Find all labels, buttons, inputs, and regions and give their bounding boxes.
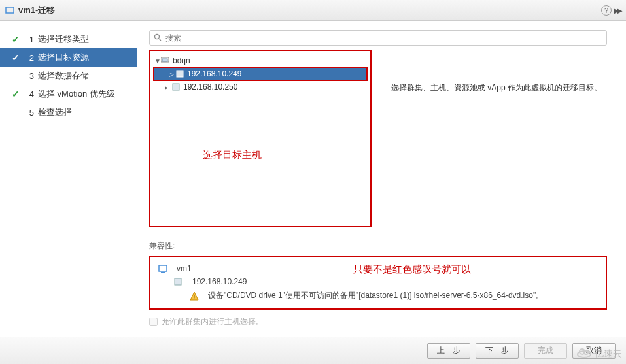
expand-icon[interactable]: ▸▸	[614, 5, 621, 16]
svg-rect-8	[159, 265, 167, 271]
collapse-icon[interactable]: ▼	[154, 58, 161, 65]
vm-icon	[158, 264, 170, 273]
watermark: 亿速云	[576, 348, 622, 360]
window-title-vm: vm1	[18, 5, 35, 15]
step-label: 选择数据存储	[38, 70, 89, 82]
host-icon	[174, 277, 186, 286]
instruction-text: 选择群集、主机、资源池或 vApp 作为此虚拟机的迁移目标。	[391, 50, 602, 227]
check-icon: ✓	[12, 52, 21, 63]
step-review[interactable]: ✓ 5 检查选择	[0, 103, 137, 122]
footer: 上一步 下一步 完成 取消	[0, 337, 626, 364]
window-title-action: 迁移	[38, 5, 55, 16]
step-target-resource[interactable]: ✓ 2 选择目标资源	[0, 48, 137, 67]
tree-root[interactable]: ▼ bdqn	[150, 55, 370, 67]
step-label: 选择目标资源	[38, 52, 89, 63]
svg-line-3	[159, 39, 161, 41]
back-button[interactable]: 上一步	[427, 343, 470, 359]
datacenter-icon	[161, 57, 170, 65]
expand-icon[interactable]: ▷	[169, 71, 175, 78]
svg-point-2	[155, 34, 160, 39]
svg-text:!: !	[194, 294, 196, 301]
check-icon: ✓	[12, 34, 21, 44]
tree-caption-annotation: 选择目标主机	[203, 149, 262, 161]
svg-rect-6	[177, 71, 183, 77]
step-vmotion-priority[interactable]: ✓ 4 选择 vMotion 优先级	[0, 85, 137, 103]
resource-tree: ▼ bdqn ▷ 192.168.10.249 ▸	[149, 50, 372, 227]
compat-warning-row: ! 设备"CD/DVD drive 1"使用不可访问的备用"[datastore…	[158, 288, 598, 303]
cloud-icon	[576, 348, 592, 360]
step-label: 检查选择	[38, 107, 72, 118]
allow-host-checkbox	[149, 318, 158, 326]
host-icon	[171, 83, 181, 91]
next-button[interactable]: 下一步	[476, 343, 519, 359]
compatibility-label: 兼容性:	[149, 240, 614, 252]
compat-host-row: 192.168.10.249	[158, 275, 598, 288]
help-icon[interactable]: ?	[601, 5, 612, 16]
content-area: ▼ bdqn ▷ 192.168.10.249 ▸	[137, 21, 626, 337]
svg-rect-1	[8, 14, 12, 14]
step-migration-type[interactable]: ✓ 1 选择迁移类型	[0, 30, 137, 48]
tree-host[interactable]: ▸ 192.168.10.250	[150, 81, 370, 93]
expand-icon[interactable]: ▸	[165, 84, 171, 91]
search-input[interactable]	[165, 33, 602, 42]
step-datastore[interactable]: ✓ 3 选择数据存储	[0, 67, 137, 85]
compatibility-box: 只要不是红色感叹号就可以 vm1 192.168.10.249 ! 设备"CD/…	[149, 256, 607, 310]
tree-host-selected[interactable]: ▷ 192.168.10.249	[153, 67, 368, 81]
svg-rect-0	[6, 7, 14, 13]
step-label: 选择 vMotion 优先级	[38, 88, 115, 100]
step-label: 选择迁移类型	[38, 33, 89, 45]
svg-rect-7	[173, 84, 179, 90]
titlebar: vm1 - 迁移 ? ▸▸	[0, 0, 626, 21]
search-bar[interactable]	[149, 30, 607, 46]
warning-icon: !	[190, 291, 201, 301]
finish-button: 完成	[524, 343, 567, 359]
vm-icon	[5, 6, 14, 15]
svg-rect-9	[161, 272, 165, 273]
search-icon	[154, 33, 162, 43]
check-icon: ✓	[12, 89, 21, 99]
svg-rect-10	[175, 278, 181, 285]
svg-point-15	[584, 350, 588, 354]
allow-host-selection-row: 允许此群集内进行主机选择。	[149, 316, 614, 327]
host-icon	[175, 70, 184, 78]
wizard-steps: ✓ 1 选择迁移类型 ✓ 2 选择目标资源 ✓ 3 选择数据存储 ✓ 4 选择 …	[0, 21, 137, 337]
compatibility-annotation: 只要不是红色感叹号就可以	[353, 263, 471, 276]
svg-rect-5	[162, 59, 167, 61]
